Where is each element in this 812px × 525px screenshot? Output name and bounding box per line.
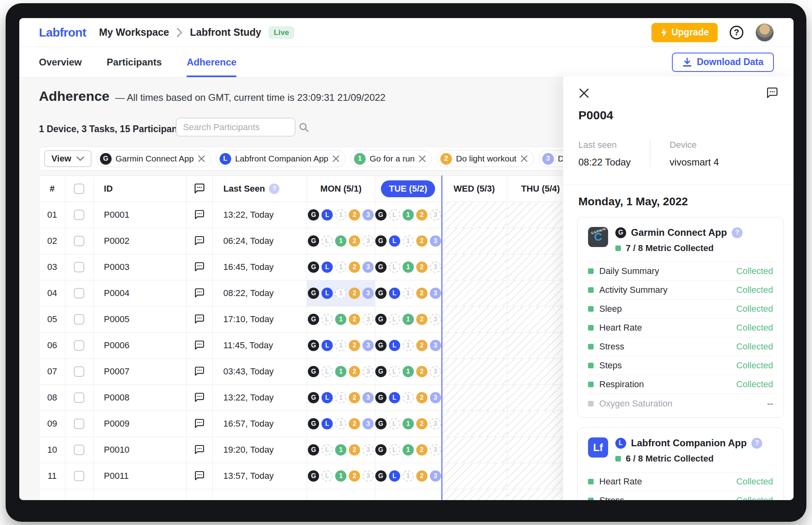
labfront-help-icon[interactable]: ?	[751, 438, 762, 449]
row-comment-icon[interactable]	[187, 463, 213, 489]
day-cell-tue[interactable]: GL123	[375, 359, 442, 384]
day-cell-tue[interactable]: GL123	[375, 228, 442, 254]
chip-remove-icon[interactable]	[198, 155, 205, 162]
day-cell-mon[interactable]: GL123	[307, 280, 375, 306]
day-cell-tue[interactable]: GL123	[375, 463, 442, 489]
row-comment-icon[interactable]	[187, 411, 213, 437]
breadcrumb-study[interactable]: Labfront Study	[190, 27, 261, 38]
participant-id-cell[interactable]: P0004	[94, 280, 187, 306]
participant-id-cell[interactable]: P0001	[94, 202, 187, 228]
participant-id-cell[interactable]: P0005	[94, 306, 187, 332]
comment-icon[interactable]	[766, 88, 778, 99]
header-day-mon[interactable]: MON (5/1)	[307, 176, 375, 202]
participant-id-cell[interactable]: P0006	[94, 333, 187, 358]
row-comment-icon[interactable]	[187, 306, 213, 332]
row-checkbox[interactable]	[74, 262, 84, 272]
close-icon[interactable]	[578, 88, 590, 99]
row-checkbox[interactable]	[74, 471, 84, 481]
day-cell-tue[interactable]: GL123	[375, 306, 442, 332]
table-row[interactable]: 02P000206:24, TodayGL123GL123	[39, 228, 574, 254]
row-checkbox[interactable]	[74, 340, 84, 351]
table-row[interactable]: 07P000703:43, TodayGL123GL123	[39, 359, 574, 385]
search-input[interactable]	[183, 122, 299, 133]
day-cell-tue[interactable]: GL123	[375, 280, 442, 306]
chip-remove-icon[interactable]	[419, 155, 426, 162]
table-row[interactable]: 11P001113:57, TodayGL123GL123	[39, 463, 574, 489]
header-day-wed[interactable]: WED (5/3)	[442, 176, 508, 202]
day-cell-wed	[442, 437, 508, 463]
day-cell-mon[interactable]: GL123	[307, 202, 375, 228]
task-done-3: 3	[362, 209, 374, 221]
day-cell-mon[interactable]: GL123	[307, 411, 375, 437]
tab-overview[interactable]: Overview	[39, 47, 82, 77]
last-seen-help-icon[interactable]: ?	[269, 184, 279, 194]
task-badge-cluster: GL123	[308, 340, 374, 351]
participant-id-cell[interactable]: P0002	[94, 228, 187, 254]
day-cell-mon[interactable]: GL123	[307, 359, 375, 384]
row-checkbox[interactable]	[74, 419, 84, 429]
day-cell-mon[interactable]: GL123	[307, 437, 375, 463]
breadcrumb-workspace[interactable]: My Workspace	[99, 27, 169, 38]
row-comment-icon[interactable]	[187, 202, 213, 228]
day-cell-mon[interactable]: GL123	[307, 385, 375, 411]
row-checkbox[interactable]	[74, 210, 84, 220]
table-row[interactable]: 08P000813:22, TodayGL123GL123	[39, 385, 574, 411]
chip-remove-icon[interactable]	[332, 155, 340, 162]
row-comment-icon[interactable]	[187, 254, 213, 280]
row-checkbox[interactable]	[74, 366, 84, 377]
download-data-button[interactable]: Download Data	[672, 53, 774, 72]
select-all-checkbox[interactable]	[74, 184, 84, 194]
participant-id-cell[interactable]: P0011	[94, 463, 187, 489]
table-row[interactable]: 10P001019:20, TodayGL123GL123	[39, 437, 574, 463]
live-badge: Live	[269, 26, 294, 39]
garmin-help-icon[interactable]: ?	[732, 227, 743, 238]
row-comment-icon[interactable]	[187, 228, 213, 254]
day-cell-mon[interactable]: GL123	[307, 254, 375, 280]
participant-id-cell[interactable]: P0010	[94, 437, 187, 463]
chip-remove-icon[interactable]	[521, 155, 528, 162]
task-missed-l: L	[389, 209, 400, 221]
row-comment-icon[interactable]	[187, 280, 213, 306]
row-checkbox[interactable]	[74, 392, 84, 403]
upgrade-button[interactable]: Upgrade	[651, 23, 718, 42]
row-comment-icon[interactable]	[187, 333, 213, 358]
day-cell-tue[interactable]: GL123	[375, 385, 442, 411]
table-row[interactable]: 09P000916:57, TodayGL123GL123	[39, 411, 574, 437]
day-cell-tue[interactable]: GL123	[375, 254, 442, 280]
participant-id-cell[interactable]: P0003	[94, 254, 187, 280]
day-cell-mon[interactable]: GL123	[307, 306, 375, 332]
day-cell-mon[interactable]: GL123	[307, 463, 375, 489]
task-done-2: 2	[416, 392, 427, 403]
table-row[interactable]: 06P000611:45, TodayGL123GL123	[39, 333, 574, 359]
task-badge-cluster: GL123	[308, 288, 374, 299]
help-icon[interactable]: ?	[730, 26, 743, 39]
row-checkbox[interactable]	[74, 236, 84, 246]
avatar[interactable]	[755, 23, 774, 42]
header-day-tue[interactable]: TUE (5/2)	[375, 176, 442, 202]
day-cell-wed	[442, 333, 508, 358]
task-done-g: G	[308, 418, 319, 429]
day-cell-tue[interactable]: GL123	[375, 333, 442, 358]
table-row[interactable]: 03P000316:45, TodayGL123GL123	[39, 254, 574, 280]
view-dropdown[interactable]: View	[44, 150, 92, 167]
day-cell-tue[interactable]: GL123	[375, 411, 442, 437]
row-comment-icon[interactable]	[187, 385, 213, 411]
row-comment-icon[interactable]	[187, 359, 213, 384]
day-cell-mon[interactable]: GL123	[307, 228, 375, 254]
tab-adherence[interactable]: Adherence	[187, 47, 236, 77]
participant-id-cell[interactable]: P0007	[94, 359, 187, 384]
row-checkbox[interactable]	[74, 288, 84, 298]
table-row[interactable]: 01P000113:22, TodayGL123GL123	[39, 202, 574, 228]
table-row[interactable]: 04P000408:22, TodayGL123GL123	[39, 280, 574, 306]
row-comment-icon[interactable]	[187, 437, 213, 463]
day-cell-mon[interactable]: GL123	[307, 333, 375, 358]
task-done-3: 3	[430, 470, 441, 482]
tab-participants[interactable]: Participants	[107, 47, 162, 77]
row-checkbox[interactable]	[74, 314, 84, 325]
day-cell-tue[interactable]: GL123	[375, 437, 442, 463]
day-cell-tue[interactable]: GL123	[375, 202, 442, 228]
participant-id-cell[interactable]: P0008	[94, 385, 187, 411]
table-row[interactable]: 05P000517:10, TodayGL123GL123	[39, 306, 574, 333]
participant-id-cell[interactable]: P0009	[94, 411, 187, 437]
row-checkbox[interactable]	[74, 445, 84, 455]
